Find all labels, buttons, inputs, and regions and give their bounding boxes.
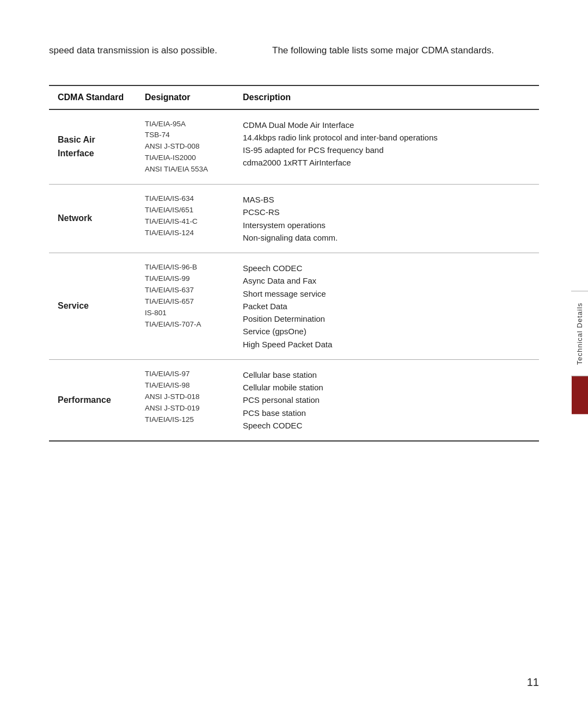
cell-designator-2: TIA/EIA/IS-96-B TIA/EIA/IS-99 TIA/EIA/IS… <box>136 253 234 360</box>
cell-description-2: Speech CODEC Async Data and Fax Short me… <box>234 253 539 360</box>
intro-section: speed data transmission is also possible… <box>0 44 588 79</box>
table-row: PerformanceTIA/EIA/IS-97 TIA/EIA/IS-98 A… <box>49 359 539 441</box>
side-tab: Technical Details <box>571 291 588 414</box>
side-tab-bar <box>572 376 588 414</box>
intro-left: speed data transmission is also possible… <box>49 44 240 58</box>
table-row: Basic Air InterfaceTIA/EIA-95A TSB-74 AN… <box>49 109 539 185</box>
page-number: 11 <box>527 676 539 689</box>
col-header-designator: Designator <box>136 85 234 109</box>
cell-standard-1: Network <box>49 185 136 253</box>
cell-designator-1: TIA/EIA/IS-634 TIA/EIA/IS/651 TIA/EIA/IS… <box>136 185 234 253</box>
cell-standard-2: Service <box>49 253 136 360</box>
table-row: NetworkTIA/EIA/IS-634 TIA/EIA/IS/651 TIA… <box>49 185 539 253</box>
cell-standard-3: Performance <box>49 359 136 441</box>
col-header-description: Description <box>234 85 539 109</box>
table-row: ServiceTIA/EIA/IS-96-B TIA/EIA/IS-99 TIA… <box>49 253 539 360</box>
intro-right: The following table lists some major CDM… <box>272 44 539 58</box>
cell-standard-0: Basic Air Interface <box>49 109 136 185</box>
table-header-row: CDMA Standard Designator Description <box>49 85 539 109</box>
side-tab-text: Technical Details <box>571 291 588 376</box>
table-wrapper: CDMA Standard Designator Description Bas… <box>0 85 588 442</box>
cell-designator-3: TIA/EIA/IS-97 TIA/EIA/IS-98 ANSI J-STD-0… <box>136 359 234 441</box>
cdma-standards-table: CDMA Standard Designator Description Bas… <box>49 85 539 442</box>
cell-description-3: Cellular base station Cellular mobile st… <box>234 359 539 441</box>
cell-description-0: CDMA Dual Mode Air Interface 14.4kbps ra… <box>234 109 539 185</box>
cell-designator-0: TIA/EIA-95A TSB-74 ANSI J-STD-008 TIA/EI… <box>136 109 234 185</box>
col-header-standard: CDMA Standard <box>49 85 136 109</box>
cell-description-1: MAS-BS PCSC-RS Intersystem operations No… <box>234 185 539 253</box>
page-container: speed data transmission is also possible… <box>0 0 588 705</box>
